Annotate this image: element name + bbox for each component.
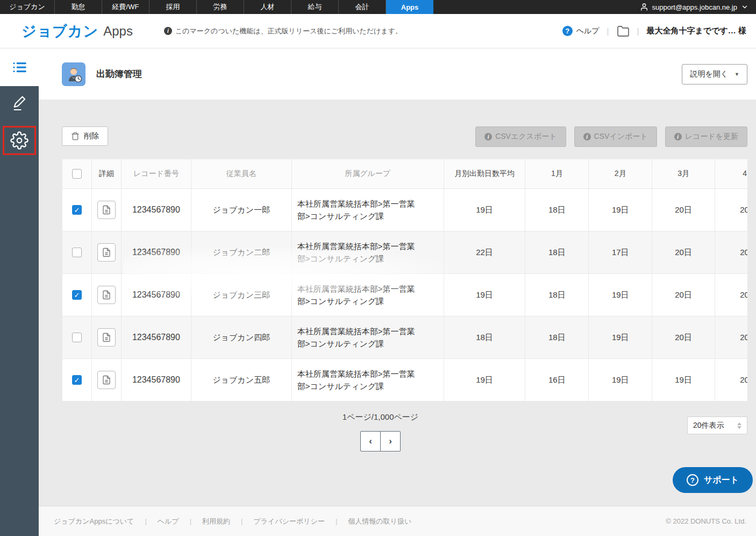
record-list-icon[interactable] [11, 59, 27, 75]
annotation-highlight-box [3, 126, 36, 155]
group-cell: 本社所属営業統括本部>第一営業部>コンサルティング課 [291, 316, 444, 359]
day-count-cell: 19日 [589, 316, 652, 359]
record-number-cell: 1234567890 [121, 189, 191, 231]
employee-name-cell: ジョブカン四郎 [191, 316, 291, 359]
employee-name-cell: ジョブカン三郎 [191, 274, 291, 316]
column-header: 4月 [715, 159, 747, 189]
page-status: 1ページ/1,000ページ [39, 412, 723, 422]
nav-tab-人材[interactable]: 人材 [244, 0, 291, 14]
day-count-cell: 18日 [525, 316, 589, 359]
footer: ジョブカンAppsについて|ヘルプ|利用規約|プライバシーポリシー|個人情報の取… [39, 506, 756, 536]
record-number-cell: 1234567890 [121, 316, 191, 359]
detail-cell [91, 316, 121, 359]
info-icon: i [583, 133, 591, 140]
day-count-cell: 19日 [589, 359, 652, 401]
info-icon: i [674, 133, 682, 140]
document-icon [102, 333, 111, 342]
current-user-name: 最大全角十字までです… 様 [646, 26, 746, 36]
group-cell: 本社所属営業統括本部>第一営業部>コンサルティング課 [291, 231, 444, 274]
support-button[interactable]: ? サポート [673, 467, 753, 493]
column-header: 所属グループ [291, 159, 444, 189]
row-checkbox[interactable]: ✓ [72, 290, 82, 300]
detail-button[interactable] [97, 371, 116, 389]
divider: | [241, 517, 243, 525]
nav-tab-Apps[interactable]: Apps [386, 0, 433, 14]
row-checkbox[interactable]: ✓ [72, 375, 82, 385]
document-icon [102, 290, 111, 300]
disabled-action-button[interactable]: iレコードを更新 [665, 126, 747, 147]
table-row: 1234567890ジョブカン四郎本社所属営業統括本部>第一営業部>コンサルティ… [62, 316, 748, 359]
table-row: ✓1234567890ジョブカン一郎本社所属営業統括本部>第一営業部>コンサルテ… [62, 189, 748, 231]
delete-button[interactable]: 削除 [62, 126, 108, 146]
day-count-cell: 19日 [444, 274, 525, 316]
account-email: support@apps.jobcan.ne.jp [652, 3, 737, 11]
help-link[interactable]: ? ヘルプ [562, 26, 600, 36]
day-count-cell: 22日 [444, 231, 525, 274]
day-count-cell: 18日 [525, 189, 589, 231]
select-all-header [62, 159, 92, 189]
footer-link[interactable]: プライバシーポリシー [253, 517, 324, 526]
day-count-cell: 19日 [444, 359, 525, 401]
footer-link[interactable]: ヘルプ [158, 517, 179, 526]
divider: | [336, 517, 337, 525]
select-all-checkbox[interactable] [72, 169, 82, 179]
nav-tab-経費/WF[interactable]: 経費/WF [102, 0, 149, 14]
row-checkbox[interactable] [72, 248, 82, 257]
employee-name-cell: ジョブカン五郎 [191, 359, 291, 401]
folder-icon[interactable] [617, 25, 630, 38]
footer-link[interactable]: 個人情報の取り扱い [348, 517, 411, 526]
copyright: © 2022 DONUTS Co. Ltd. [666, 517, 746, 525]
beta-notice-text: このマークのついた機能は、正式版リリース後にご利用いただけます。 [175, 26, 402, 36]
day-count-cell: 20日 [715, 231, 747, 274]
nav-tab-給与[interactable]: 給与 [291, 0, 339, 14]
nav-tab-勤怠[interactable]: 勤怠 [55, 0, 102, 14]
document-icon [102, 205, 111, 215]
account-menu[interactable]: support@apps.jobcan.ne.jp [640, 0, 756, 14]
disabled-action-label: CSVインポート [594, 132, 648, 142]
day-count-cell: 19日 [589, 189, 652, 231]
page-size-select[interactable]: 20件表示 [687, 417, 747, 434]
disabled-action-label: CSVエクスポート [495, 132, 557, 142]
next-page-button[interactable]: › [380, 431, 401, 452]
nav-tab-ジョブカン[interactable]: ジョブカン [0, 0, 55, 14]
column-header: レコード番号 [121, 159, 191, 189]
row-select-cell: ✓ [62, 359, 92, 401]
disabled-action-button[interactable]: iCSVエクスポート [475, 126, 566, 147]
detail-cell [91, 231, 121, 274]
detail-button[interactable] [97, 243, 116, 262]
disabled-action-button[interactable]: iCSVインポート [574, 126, 657, 147]
table-row: ✓1234567890ジョブカン三郎本社所属営業統括本部>第一営業部>コンサルテ… [62, 274, 748, 316]
nav-tab-労務[interactable]: 労務 [197, 0, 244, 14]
row-select-cell [62, 231, 92, 274]
day-count-cell: 19日 [652, 359, 715, 401]
bulk-actions: iCSVエクスポートiCSVインポートiレコードを更新 [475, 126, 747, 147]
detail-button[interactable] [97, 201, 116, 219]
day-count-cell: 16日 [525, 359, 589, 401]
open-description-button[interactable]: 説明を開く ▼ [682, 64, 747, 84]
footer-link[interactable]: ジョブカンAppsについて [54, 517, 134, 526]
divider: | [607, 26, 609, 36]
detail-button[interactable] [97, 286, 116, 304]
nav-tab-会計[interactable]: 会計 [339, 0, 386, 14]
employee-name-cell: ジョブカン一郎 [191, 189, 291, 231]
records-table: 詳細レコード番号従業員名所属グループ月別出勤日数平均1月2月3月4月✓12345… [62, 159, 747, 401]
page-size-value: 20件表示 [693, 421, 724, 431]
prev-page-button[interactable]: ‹ [360, 431, 381, 452]
row-checkbox[interactable]: ✓ [72, 205, 82, 215]
day-count-cell: 20日 [652, 231, 715, 274]
edit-icon[interactable] [11, 95, 28, 112]
caret-down-icon: ▼ [734, 72, 739, 77]
column-header: 従業員名 [191, 159, 291, 189]
nav-tab-採用[interactable]: 採用 [149, 0, 197, 14]
top-nav: ジョブカン勤怠経費/WF採用労務人材給与会計Apps support@apps.… [0, 0, 756, 14]
main-panel: 削除 iCSVエクスポートiCSVインポートiレコードを更新 詳細レコード番号従… [39, 100, 756, 506]
column-header: 1月 [525, 159, 589, 189]
footer-link[interactable]: 利用規約 [202, 517, 230, 526]
row-select-cell: ✓ [62, 189, 92, 231]
day-count-cell: 20日 [715, 274, 747, 316]
logo-suffix: Apps [103, 24, 133, 39]
row-checkbox[interactable] [72, 333, 82, 342]
help-icon: ? [562, 26, 573, 36]
detail-button[interactable] [97, 328, 116, 347]
gear-icon[interactable] [10, 131, 28, 150]
